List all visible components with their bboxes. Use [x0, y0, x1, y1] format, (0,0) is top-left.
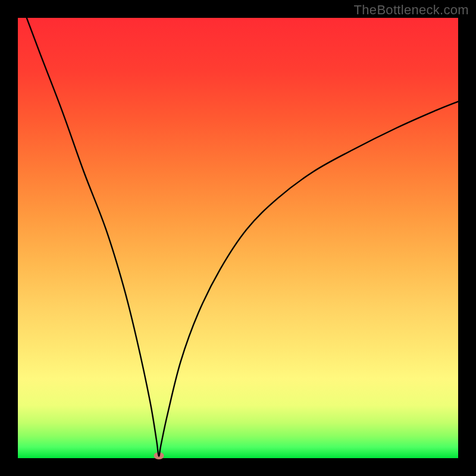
plot-background-gradient [18, 18, 458, 458]
optimal-point-marker [154, 452, 164, 459]
chart-frame: TheBottleneck.com [0, 0, 476, 476]
watermark-text: TheBottleneck.com [354, 2, 469, 18]
